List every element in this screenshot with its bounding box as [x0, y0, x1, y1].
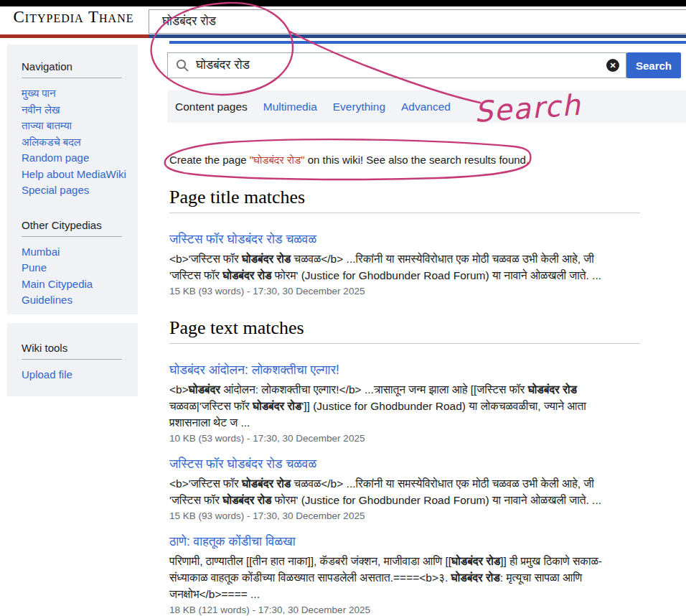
create-page-prefix: Create the page — [169, 154, 250, 166]
tab-content-pages[interactable]: Content pages — [175, 101, 248, 113]
sidebar-heading-wiki-tools: Wiki tools — [22, 342, 122, 360]
window-top-bar — [0, 0, 686, 6]
search-result-meta: 10 KB (53 words) - 17:30, 30 December 20… — [169, 433, 640, 444]
sidebar-link[interactable]: Random page — [22, 150, 138, 167]
sidebar-panel-main: Navigation मुख्य पाननवीन लेखताज्या बातम्… — [7, 45, 138, 314]
sidebar-heading-navigation: Navigation — [22, 60, 122, 78]
sidebar-links-navigation: मुख्य पाननवीन लेखताज्या बातम्याअलिकडचे ब… — [22, 85, 138, 199]
results-list-title-matches: जस्टिस फॉर घोडबंदर रोड चळवळ <b>'जस्टिस फ… — [169, 230, 640, 297]
tab-everything[interactable]: Everything — [333, 101, 385, 113]
sidebar-link[interactable]: मुख्य पान — [22, 85, 138, 102]
red-accent-bar — [0, 34, 149, 38]
page-title-input[interactable] — [149, 9, 686, 34]
blue-accent-bar — [169, 41, 686, 44]
sidebar-link[interactable]: Help about MediaWiki — [22, 167, 138, 183]
tab-multimedia[interactable]: Multimedia — [263, 101, 317, 113]
search-tabs: Content pagesMultimediaEverythingAdvance… — [167, 90, 686, 123]
sidebar-section-other-citypedias: Other Citypedias MumbaiPuneMain Citypedi… — [7, 199, 138, 309]
sidebar-link[interactable]: ताज्या बातम्या — [22, 118, 138, 134]
sidebar-link[interactable]: Main Citypedia — [22, 276, 138, 293]
search-result: घोडबंदर आंदोलन: लोकशक्तीचा एल्गार! <b>घो… — [169, 361, 640, 444]
sidebar-link[interactable]: Mumbai — [22, 244, 138, 261]
clear-search-icon[interactable]: ✕ — [606, 59, 619, 72]
search-result-snippet: परिणामी, ठाण्यातील [[तीन हात नाका]], कॅड… — [169, 553, 621, 602]
results-list-text-matches: घोडबंदर आंदोलन: लोकशक्तीचा एल्गार! <b>घो… — [169, 361, 640, 616]
search-result-meta: 15 KB (93 words) - 17:30, 30 December 20… — [169, 510, 640, 522]
navy-accent-bar — [149, 34, 686, 38]
section-heading-page-text-matches: Page text matches — [169, 317, 640, 344]
create-page-notice: Create the page "घोडबंदर रोड" on this wi… — [169, 154, 640, 167]
sidebar-link[interactable]: Special pages — [22, 182, 138, 199]
sidebar-link[interactable]: Pune — [22, 260, 138, 276]
sidebar-link[interactable]: Guidelines — [22, 292, 138, 309]
search-result-title-link[interactable]: जस्टिस फॉर घोडबंदर रोड चळवळ — [169, 455, 316, 472]
search-bar: ✕ Search — [167, 52, 681, 78]
tab-advanced[interactable]: Advanced — [401, 101, 451, 113]
search-result-title-link[interactable]: ठाणे: वाहतूक कोंडीचा विळखा — [169, 533, 296, 550]
create-page-redlink[interactable]: "घोडबंदर रोड" — [250, 154, 305, 166]
search-button[interactable]: Search — [626, 52, 681, 78]
search-result-title-link[interactable]: घोडबंदर आंदोलन: लोकशक्तीचा एल्गार! — [169, 361, 339, 378]
sidebar-links-other-citypedias: MumbaiPuneMain CitypediaGuidelines — [22, 244, 138, 309]
wiki-logo[interactable]: Citypedia Thane — [0, 8, 147, 27]
search-input-box[interactable]: ✕ — [167, 52, 626, 78]
search-result-meta: 18 KB (121 words) - 17:30, 30 December 2… — [169, 605, 640, 616]
search-result-snippet: <b>'जस्टिस फॉर घोडबंदर रोड चळवळ</b> ...र… — [169, 251, 621, 284]
create-page-suffix: on this wiki! See also the search result… — [304, 154, 529, 166]
search-input[interactable] — [196, 58, 606, 73]
search-results-area: Create the page "घोडबंदर रोड" on this wi… — [169, 139, 640, 616]
sidebar-link[interactable]: नवीन लेख — [22, 102, 138, 118]
section-heading-page-title-matches: Page title matches — [169, 187, 640, 213]
sidebar-link[interactable]: Upload file — [22, 367, 138, 383]
sidebar-panel-tools: Wiki tools Upload file — [7, 323, 138, 396]
search-icon — [176, 59, 189, 72]
search-result-meta: 15 KB (93 words) - 17:30, 30 December 20… — [169, 286, 640, 297]
search-result-snippet: <b>घोडबंदर आंदोलन: लोकशक्तीचा एल्गार!</b… — [169, 381, 621, 431]
search-result-snippet: <b>'जस्टिस फॉर घोडबंदर रोड चळवळ</b> ...र… — [169, 475, 621, 508]
sidebar-heading-other-citypedias: Other Citypedias — [22, 219, 122, 237]
search-result-title-link[interactable]: जस्टिस फॉर घोडबंदर रोड चळवळ — [169, 230, 316, 248]
search-result: जस्टिस फॉर घोडबंदर रोड चळवळ <b>'जस्टिस फ… — [169, 230, 640, 297]
sidebar-link[interactable]: अलिकडचे बदल — [22, 134, 138, 151]
sidebar-links-wiki-tools: Upload file — [22, 367, 138, 383]
sidebar-section-wiki-tools: Wiki tools Upload file — [7, 323, 138, 383]
search-result: ठाणे: वाहतूक कोंडीचा विळखा परिणामी, ठाण्… — [169, 533, 640, 616]
search-result: जस्टिस फॉर घोडबंदर रोड चळवळ <b>'जस्टिस फ… — [169, 455, 640, 522]
sidebar-section-navigation: Navigation मुख्य पाननवीन लेखताज्या बातम्… — [7, 45, 138, 199]
